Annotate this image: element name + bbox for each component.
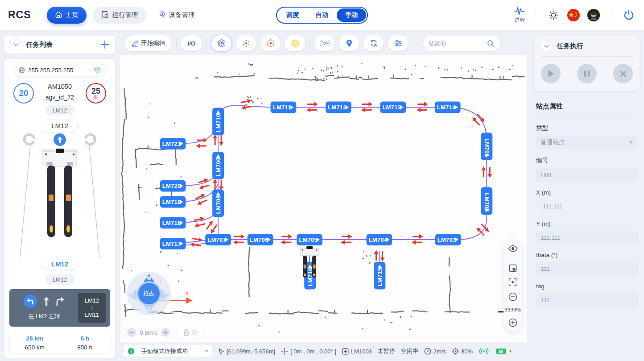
total-distance: 650 km xyxy=(25,344,45,351)
station-LM707[interactable]: LM707 xyxy=(205,234,231,245)
manual-joystick: W A S D 抢占 xyxy=(127,272,171,315)
field-label-tag: tag xyxy=(536,283,638,290)
start-edit-button[interactable]: 开始编辑 xyxy=(125,35,172,51)
map-canvas[interactable]: LM710LM711LM712LM713LM714LM701LM702LM721… xyxy=(120,55,527,342)
target-icon xyxy=(452,348,459,355)
station-LM706[interactable]: LM706 xyxy=(248,234,273,245)
refresh-button[interactable] xyxy=(363,35,384,51)
station-LM714[interactable]: LM714 xyxy=(435,102,461,113)
distance-stat: 25 km 650 km xyxy=(10,333,60,353)
joystick-down-key[interactable]: S xyxy=(143,305,155,314)
user-avatar[interactable] xyxy=(586,8,601,22)
divider xyxy=(536,116,638,116)
sun-icon xyxy=(548,10,559,21)
station-LM718[interactable]: LM718 xyxy=(160,217,186,228)
field-input-tag[interactable]: 111 xyxy=(536,293,638,307)
tab-manual[interactable]: 手动 xyxy=(337,8,366,22)
marker-layer-button[interactable] xyxy=(339,35,359,51)
station-LM720[interactable]: LM720 xyxy=(160,180,186,192)
station-LM709[interactable]: LM709 xyxy=(212,152,224,179)
info-icon xyxy=(128,348,135,355)
station-LM710[interactable]: LM710 xyxy=(212,108,224,135)
task-cancel-button[interactable] xyxy=(613,64,633,83)
agv-visual xyxy=(8,133,111,259)
zoom-in-button[interactable] xyxy=(508,318,517,327)
theme-toggle-button[interactable] xyxy=(546,8,561,22)
station-LM708[interactable]: LM708 xyxy=(212,190,224,217)
speed-increase-button[interactable] xyxy=(161,328,170,337)
play-small-icon[interactable] xyxy=(192,330,197,335)
nav-item-operations[interactable]: 运行管理 xyxy=(93,7,146,24)
zone-layer-button[interactable] xyxy=(260,35,281,51)
seize-control-button[interactable]: 抢占 xyxy=(138,283,160,304)
route-box: LM12 ↑ LM11 xyxy=(78,293,106,323)
field-input-type[interactable]: 普通站点 xyxy=(536,136,638,149)
station-LM703[interactable]: LM703 xyxy=(435,234,461,245)
manual-speed-control: 0.5m/s xyxy=(125,326,172,339)
station-LM715[interactable]: LM715 xyxy=(374,262,385,290)
station-search-input[interactable] xyxy=(429,40,483,47)
points-layer-button[interactable] xyxy=(236,35,256,51)
station-LM719[interactable]: LM719 xyxy=(160,196,186,208)
station-LM713[interactable]: LM713 xyxy=(380,102,406,113)
station-LM701[interactable]: LM701 xyxy=(481,133,492,160)
close-icon xyxy=(620,71,627,77)
filter-button[interactable] xyxy=(388,35,408,51)
zoom-out-button[interactable] xyxy=(508,292,517,301)
process-label: 进程 xyxy=(514,17,525,24)
station-LM721[interactable]: LM721 xyxy=(160,138,186,149)
station-LM711[interactable]: LM711 xyxy=(271,102,297,113)
agv-ip-row[interactable]: 255.255.255.255 xyxy=(14,64,106,76)
current-speed-badge: 20 xyxy=(13,83,34,104)
field-input-code[interactable]: LM1 xyxy=(536,168,638,182)
zoom-percent: 9999% xyxy=(504,307,521,312)
visibility-button[interactable] xyxy=(508,245,518,252)
power-button[interactable] xyxy=(622,8,636,22)
station-chip: LM12 xyxy=(42,120,77,131)
svg-text:LM711: LM711 xyxy=(273,104,291,111)
collapse-task-list-button[interactable] xyxy=(10,39,21,50)
language-flag-button[interactable] xyxy=(566,8,581,22)
connection-status-dropdown[interactable]: 手动模式连接成功 xyxy=(124,345,212,357)
add-square-icon xyxy=(342,348,349,355)
speed-decrease-button[interactable] xyxy=(127,328,136,337)
tab-dispatch[interactable]: 调度 xyxy=(278,8,307,22)
svg-text:LM721: LM721 xyxy=(162,141,181,147)
properties-panel: 任务执行 站点属性 xyxy=(530,30,644,361)
station-LM717[interactable]: LM717 xyxy=(160,238,186,249)
nav-item-devices[interactable]: 设备管理 xyxy=(153,7,199,24)
lidar-layer-button[interactable] xyxy=(314,35,334,51)
station-LM705[interactable]: LM705 xyxy=(297,234,322,245)
add-task-button[interactable] xyxy=(100,40,110,50)
joystick-left-key[interactable]: A xyxy=(128,289,137,298)
tab-auto[interactable]: 自动 xyxy=(307,8,337,22)
joystick-right-key[interactable]: D xyxy=(161,289,170,298)
minimap-button[interactable] xyxy=(509,264,517,272)
field-input-y[interactable]: 111.111 xyxy=(536,231,638,244)
field-label-code: 编号 xyxy=(536,157,638,165)
task-play-button[interactable] xyxy=(541,64,561,83)
field-label-type: 类型 xyxy=(536,124,638,132)
station-layer-button[interactable] xyxy=(211,35,231,51)
location-pin-icon xyxy=(345,39,354,48)
station-LM712[interactable]: LM712 xyxy=(326,102,351,113)
field-input-thata[interactable]: 111 xyxy=(536,262,638,275)
home-icon xyxy=(55,11,62,20)
dropdown-arrow-icon xyxy=(205,350,209,353)
station-LM702[interactable]: LM702 xyxy=(481,187,492,215)
trash-icon[interactable] xyxy=(183,329,190,336)
robot-pose: [ 0m , 0m , 0.00° ] xyxy=(281,348,336,355)
process-button[interactable]: 进程 xyxy=(514,6,525,24)
search-icon[interactable] xyxy=(487,40,495,47)
collapse-task-exec-button[interactable] xyxy=(541,40,552,52)
route-from: LM12 xyxy=(85,297,99,304)
turn-left-icon xyxy=(24,295,37,308)
field-input-x[interactable]: -111.111 xyxy=(536,199,638,213)
task-pause-button[interactable] xyxy=(577,64,597,83)
io-button[interactable]: I/O xyxy=(181,35,202,51)
divider xyxy=(611,10,611,20)
area-layer-button[interactable] xyxy=(285,35,305,51)
center-focus-button[interactable] xyxy=(508,278,517,286)
nav-item-home[interactable]: 主页 xyxy=(47,7,87,24)
station-LM704[interactable]: LM704 xyxy=(367,234,392,245)
